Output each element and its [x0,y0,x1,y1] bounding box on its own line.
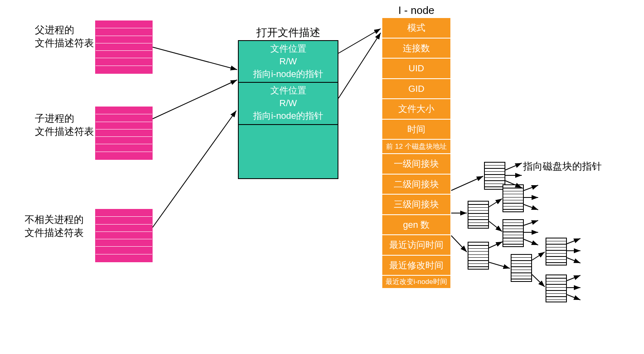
arrow-child-to-ofd [153,80,237,119]
arrow-parent-to-ofd [153,47,237,70]
open-file-description-table: 文件位置 R/W 指向i-node的指针 文件位置 R/W 指向i-node的指… [238,40,338,179]
disk-block-2-indirect-b2 [502,219,524,247]
svg-line-12 [489,262,510,268]
svg-line-10 [524,239,538,245]
inode-cell-uid: UID [382,59,450,79]
ofd-entry-1: 文件位置 R/W 指向i-node的指针 [239,41,338,83]
inode-cell-ctime: 最近改变i-node时间 [382,276,450,288]
inode-cell-gid: GID [382,79,450,100]
arrow-single-indirect [451,176,483,191]
arrow-triple-indirect [451,236,467,252]
inode-title: I - node [381,4,451,17]
disk-block-3-indirect-c1 [546,238,567,266]
svg-line-8 [524,220,538,225]
svg-line-18 [567,275,580,281]
ofd-title: 打开文件描述 [238,25,338,40]
svg-line-15 [567,238,580,244]
fd-table-parent [95,20,153,74]
svg-line-3 [489,199,502,207]
inode-cell-direct-blocks: 前 12 个磁盘块地址 [382,140,450,154]
svg-line-7 [524,204,538,210]
disk-block-2-indirect-b1 [502,184,524,212]
disk-block-3-indirect-b [511,254,532,282]
fd-table-unrelated-label: 不相关进程的 文件描述符表 [25,213,84,240]
arrow-unrelated-to-ofd [153,111,236,227]
fd-table-child-label: 子进程的 文件描述符表 [35,112,94,138]
svg-line-17 [567,258,580,263]
inode-cell-time: 时间 [382,120,450,140]
svg-line-5 [524,185,538,191]
svg-line-14 [532,275,545,287]
arrow-ofd1-to-inode [338,29,381,53]
inode-cell-atime: 最近访问时间 [382,235,450,256]
svg-line-13 [532,252,545,260]
inode-cell-single-indirect: 一级间接块 [382,154,450,175]
inode-cell-triple-indirect: 三级间接块 [382,195,450,215]
fd-table-unrelated [95,209,153,262]
disk-block-3-indirect-a [468,242,489,270]
inode-cell-double-indirect: 二级间接块 [382,175,450,195]
pointer-label: 指向磁盘块的指针 [523,160,602,173]
svg-line-0 [505,163,522,170]
ofd-entry-2: 文件位置 R/W 指向i-node的指针 [239,83,338,125]
arrow-ofd2-to-inode [338,33,381,98]
fd-table-parent-label: 父进程的 文件描述符表 [35,23,94,50]
disk-block-3-indirect-c2 [546,275,567,302]
inode-cell-mode: 模式 [382,18,450,39]
inode-cell-mtime: 最近修改时间 [382,256,450,276]
inode-cell-size: 文件大小 [382,99,450,120]
inode-cell-gen: gen 数 [382,215,450,236]
fd-table-child [95,107,153,160]
svg-line-20 [567,295,580,300]
svg-line-11 [489,242,502,248]
inode-table: 模式 连接数 UID GID 文件大小 时间 前 12 个磁盘块地址 一级间接块… [381,17,451,289]
svg-line-4 [489,221,502,231]
disk-block-2-indirect-a [468,201,489,229]
inode-cell-links: 连接数 [382,39,450,59]
ofd-entry-empty [239,125,338,178]
